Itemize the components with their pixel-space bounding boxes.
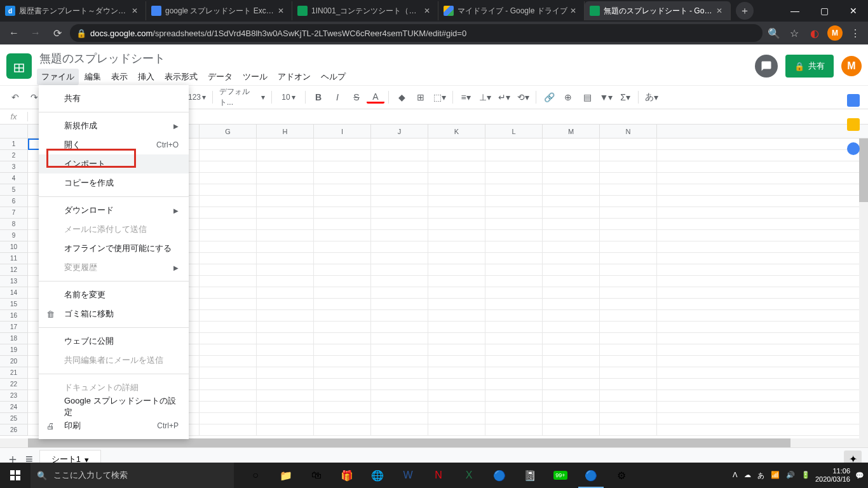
- cell[interactable]: [200, 413, 257, 424]
- cell[interactable]: [200, 207, 257, 218]
- cell[interactable]: [428, 139, 485, 149]
- cell[interactable]: [371, 322, 428, 332]
- bookmark-icon[interactable]: ☆: [787, 25, 802, 41]
- menu-data[interactable]: データ: [203, 69, 237, 85]
- cell[interactable]: [257, 219, 314, 229]
- extension-icon[interactable]: ◐: [807, 25, 822, 41]
- cell[interactable]: [600, 299, 657, 309]
- cell[interactable]: [371, 207, 428, 218]
- cell[interactable]: [314, 390, 371, 401]
- cell[interactable]: [257, 207, 314, 218]
- cell[interactable]: [371, 196, 428, 207]
- cell[interactable]: [200, 287, 257, 298]
- cell[interactable]: [600, 276, 657, 287]
- explorer-icon[interactable]: 📁: [271, 463, 301, 488]
- cell[interactable]: [600, 264, 657, 275]
- zoom-icon[interactable]: 🔍: [766, 25, 782, 41]
- row-header[interactable]: 26: [0, 424, 28, 436]
- close-icon[interactable]: ✕: [278, 6, 287, 15]
- notifications-icon[interactable]: 💬: [855, 471, 864, 480]
- vertical-align-button[interactable]: ⊥▾: [476, 89, 494, 105]
- account-avatar[interactable]: M: [841, 56, 862, 76]
- cell[interactable]: [543, 264, 600, 275]
- battery-icon[interactable]: 🔋: [801, 471, 810, 480]
- file-offline[interactable]: オフラインで使用可能にする: [39, 239, 189, 258]
- file-make-copy[interactable]: コピーを作成: [39, 173, 189, 193]
- cell[interactable]: [543, 322, 600, 332]
- wifi-icon[interactable]: 📶: [771, 471, 780, 480]
- cell[interactable]: [314, 367, 371, 378]
- chrome-icon-1[interactable]: 🔵: [484, 463, 515, 488]
- cell[interactable]: [314, 173, 371, 184]
- cell[interactable]: [485, 356, 543, 367]
- bold-button[interactable]: B: [309, 89, 327, 105]
- cell[interactable]: [543, 150, 600, 161]
- cell[interactable]: [257, 196, 314, 207]
- insert-link-button[interactable]: 🔗: [540, 89, 558, 105]
- cell[interactable]: [314, 276, 371, 287]
- obs-icon[interactable]: ⚙: [606, 463, 637, 488]
- cell[interactable]: [371, 299, 428, 309]
- file-rename[interactable]: 名前を変更: [39, 285, 189, 304]
- cell[interactable]: [200, 253, 257, 264]
- cell[interactable]: [600, 344, 657, 355]
- profile-avatar[interactable]: M: [827, 25, 843, 41]
- cell[interactable]: [600, 241, 657, 252]
- row-header[interactable]: 21: [0, 367, 28, 379]
- back-button[interactable]: ←: [5, 24, 23, 42]
- row-header[interactable]: 19: [0, 344, 28, 356]
- cell[interactable]: [600, 367, 657, 378]
- cell[interactable]: [428, 150, 485, 161]
- cell[interactable]: [314, 161, 371, 172]
- cell[interactable]: [600, 184, 657, 195]
- number-format-dropdown[interactable]: 123 ▾: [186, 93, 208, 102]
- cell[interactable]: [543, 184, 600, 195]
- cell[interactable]: [543, 207, 600, 218]
- cell[interactable]: [485, 402, 543, 412]
- browser-tab-2[interactable]: 1IN001_コンテンツシート（ツール） ✕: [292, 1, 438, 20]
- menu-addons[interactable]: アドオン: [273, 69, 315, 85]
- strikethrough-button[interactable]: S: [348, 89, 365, 105]
- cell[interactable]: [543, 344, 600, 355]
- cell[interactable]: [485, 184, 543, 195]
- menu-insert[interactable]: 挿入: [133, 69, 159, 85]
- cell[interactable]: [257, 344, 314, 355]
- row-header[interactable]: 3: [0, 161, 28, 173]
- cell[interactable]: [314, 184, 371, 195]
- cell[interactable]: [200, 402, 257, 412]
- cell[interactable]: [314, 287, 371, 298]
- cell[interactable]: [371, 184, 428, 195]
- cell[interactable]: [200, 276, 257, 287]
- share-button[interactable]: 🔒 共有: [785, 55, 834, 78]
- cell[interactable]: [371, 276, 428, 287]
- cell[interactable]: [485, 344, 543, 355]
- cell[interactable]: [543, 424, 600, 435]
- cell[interactable]: [371, 230, 428, 241]
- cell[interactable]: [200, 333, 257, 344]
- cell[interactable]: [371, 379, 428, 390]
- cell[interactable]: [257, 379, 314, 390]
- close-icon[interactable]: ✕: [424, 6, 433, 15]
- browser-tab-0[interactable]: d 履歴書テンプレート～ダウンロード ✕: [0, 1, 146, 20]
- cell[interactable]: [543, 139, 600, 149]
- cell[interactable]: [257, 424, 314, 435]
- row-header[interactable]: 8: [0, 219, 28, 230]
- cell[interactable]: [257, 150, 314, 161]
- line-icon[interactable]: 99+: [545, 463, 576, 488]
- cell[interactable]: [200, 367, 257, 378]
- cell[interactable]: [371, 367, 428, 378]
- cell[interactable]: [543, 333, 600, 344]
- cell[interactable]: [200, 139, 257, 149]
- file-trash[interactable]: 🗑ゴミ箱に移動: [39, 304, 189, 323]
- cell[interactable]: [314, 207, 371, 218]
- functions-button[interactable]: Σ▾: [616, 89, 634, 105]
- volume-icon[interactable]: 🔊: [786, 471, 795, 480]
- undo-button[interactable]: ↶: [6, 89, 24, 105]
- cell[interactable]: [200, 173, 257, 184]
- cell[interactable]: [314, 196, 371, 207]
- cell[interactable]: [200, 241, 257, 252]
- borders-button[interactable]: ⊞: [412, 89, 430, 105]
- cell[interactable]: [428, 173, 485, 184]
- cell[interactable]: [428, 322, 485, 332]
- cell[interactable]: [314, 219, 371, 229]
